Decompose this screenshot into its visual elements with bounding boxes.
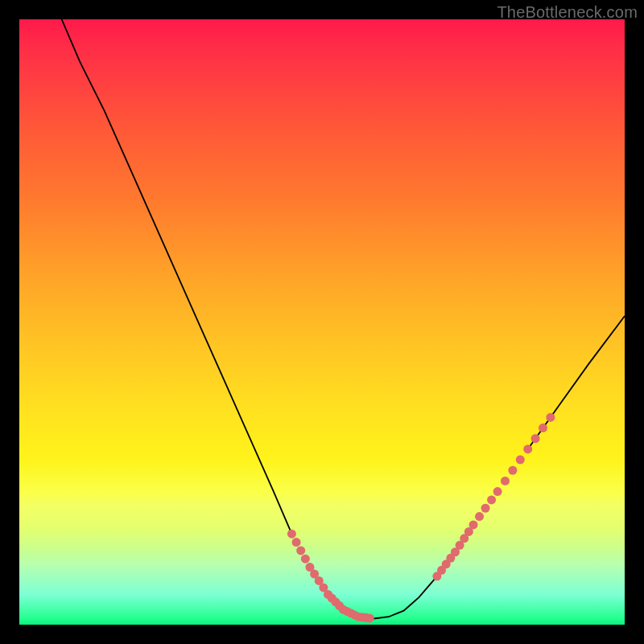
curve-dot: [531, 434, 540, 443]
curve-dot: [493, 487, 502, 496]
plot-area: [19, 19, 625, 625]
curve-dot: [501, 477, 510, 485]
curve-solid-segment: [62, 19, 292, 534]
curve-dot: [301, 555, 310, 564]
curve-dot: [292, 538, 301, 547]
curve-group: [62, 19, 625, 622]
curve-dot: [516, 456, 525, 464]
curve-dot: [475, 512, 484, 521]
curve-dot: [287, 530, 296, 539]
chart-container: TheBottleneck.com: [0, 0, 644, 644]
curve-dot: [365, 613, 374, 622]
watermark-text: TheBottleneck.com: [497, 3, 638, 22]
curve-dot: [296, 546, 305, 555]
curve-dot: [469, 520, 478, 529]
curve-dot: [523, 444, 532, 453]
curve-dot: [539, 423, 547, 432]
curve-dot: [546, 413, 555, 422]
curve-dot: [487, 495, 496, 504]
curve-dot: [481, 504, 490, 513]
curve-solid-segment: [358, 576, 437, 619]
curve-dot: [508, 466, 517, 475]
curve-svg: [19, 19, 625, 625]
